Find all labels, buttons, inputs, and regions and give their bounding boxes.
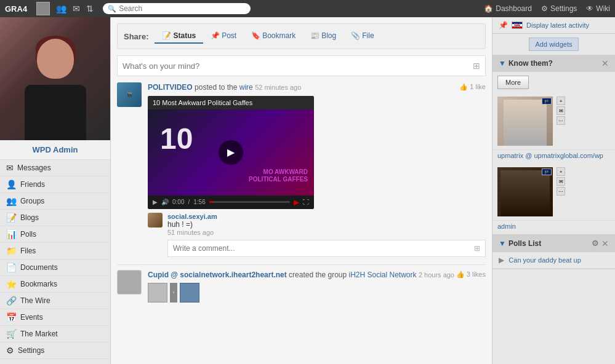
activity-avatar: 🎬 xyxy=(117,82,142,107)
right-panel: 📌 🇬🇧 Display latest activity Add widgets… xyxy=(492,17,615,364)
content-area: Share: 📝 Status 📌 Post 🔖 Bookmark 📰 Blog… xyxy=(111,17,492,364)
like-count[interactable]: 👍 1 like xyxy=(459,82,486,92)
top-widget-bar: 📌 🇬🇧 Display latest activity xyxy=(492,17,615,34)
settings-icon: ⚙ xyxy=(541,4,548,13)
sidebar-item-blogs[interactable]: 📝 Blogs xyxy=(0,210,110,226)
know-them-more-button[interactable]: More xyxy=(497,76,529,89)
activity-icon[interactable]: ⇅ xyxy=(86,4,94,14)
youtube-logo: ▶ xyxy=(294,198,299,207)
friends-nav-icon: 👤 xyxy=(6,180,17,189)
tab-file[interactable]: 📎 File xyxy=(344,29,381,44)
person-flag-icon-2: 🏴 xyxy=(542,168,552,175)
sidebar-item-the-wire[interactable]: 🔗 The Wire xyxy=(0,293,110,309)
activity-username[interactable]: POLITVIDEO xyxy=(148,83,193,92)
search-input[interactable] xyxy=(119,4,246,13)
sidebar-item-settings[interactable]: ⚙ Settings xyxy=(0,342,110,359)
settings-link[interactable]: ⚙ Settings xyxy=(541,4,577,13)
sidebar-navigation: ✉ Messages 👤 Friends 👥 Groups 📝 Blogs 📊 … xyxy=(0,160,110,364)
sidebar-item-documents[interactable]: 📄 Documents xyxy=(0,259,110,276)
comment-input[interactable] xyxy=(173,244,474,253)
video-number: 10 xyxy=(160,122,193,156)
tab-status[interactable]: 📝 Status xyxy=(155,29,203,44)
tab-bookmark[interactable]: 🔖 Bookmark xyxy=(244,29,303,44)
polls-widget-header: ▼ Polls List ⚙ ✕ xyxy=(492,235,615,252)
poll-text[interactable]: Can your daddy beat up xyxy=(508,256,581,264)
brand-label: GRA4 xyxy=(5,4,27,14)
video-progress-bar[interactable] xyxy=(209,201,290,203)
person-add-friend-icon-2[interactable]: + xyxy=(557,167,565,176)
group-avatars-row: › xyxy=(148,283,486,303)
comment-input-wrap: ⊞ xyxy=(167,240,486,257)
person-name-upmatrix: upmatrix @ upmatrixglobal.com/wp xyxy=(492,150,615,164)
sidebar-item-groups[interactable]: 👥 Groups xyxy=(0,193,110,210)
polls-gear-icon[interactable]: ⚙ xyxy=(592,239,599,248)
person-link-upmatrix[interactable]: upmatrix @ upmatrixglobal.com/wp xyxy=(497,152,603,159)
video-time-current: 0:00 xyxy=(172,199,184,205)
person-add-friend-icon[interactable]: + xyxy=(557,97,565,105)
sidebar-item-the-market[interactable]: 🛒 The Market xyxy=(0,326,110,342)
wiki-link[interactable]: 👁 Wiki xyxy=(586,4,610,13)
documents-nav-icon: 📄 xyxy=(6,263,17,272)
person-link-admin[interactable]: admin xyxy=(497,223,516,230)
profile-head xyxy=(37,39,74,79)
person-message-icon[interactable]: ✉ xyxy=(557,106,565,115)
group-like-icon: 👍 xyxy=(456,270,465,279)
tab-post[interactable]: 📌 Post xyxy=(203,29,244,44)
video-time-separator: / xyxy=(188,199,190,205)
activity-wire-link[interactable]: wire xyxy=(239,83,253,92)
flag-icon: 🇬🇧 xyxy=(512,22,523,29)
user-avatar-small[interactable] xyxy=(36,2,50,15)
share-bar: Share: 📝 Status 📌 Post 🔖 Bookmark 📰 Blog… xyxy=(117,23,486,49)
video-thumbnail: 10 MO AWKWARDPOLITICAL GAFFES ▶ xyxy=(148,109,314,196)
like-icon: 👍 xyxy=(459,82,468,92)
dashboard-link[interactable]: 🏠 Dashboard xyxy=(484,4,532,13)
status-emoji-icon[interactable]: ⊞ xyxy=(473,61,480,71)
sidebar-item-files[interactable]: 📁 Files xyxy=(0,243,110,259)
groups-nav-icon: 👥 xyxy=(6,196,17,206)
video-play-button[interactable]: ▶ xyxy=(219,140,243,165)
group-like-count[interactable]: 👍 3 likes xyxy=(456,270,486,279)
group-activity-username[interactable]: Cupid @ socialnetwork.iheart2heart.net xyxy=(148,271,287,279)
avatar-badge-icon: 🎬 xyxy=(127,92,132,97)
person-more-icon[interactable]: ⋯ xyxy=(557,116,565,125)
comment-emoji-icon[interactable]: ⊞ xyxy=(474,244,480,253)
search-bar[interactable]: 🔍 xyxy=(103,3,251,14)
sidebar-item-events[interactable]: 📅 Events xyxy=(0,309,110,326)
sidebar-item-bookmarks[interactable]: ⭐ Bookmarks xyxy=(0,276,110,293)
tab-blog[interactable]: 📰 Blog xyxy=(303,29,344,44)
person-silhouette-2 xyxy=(500,170,550,216)
messages-icon[interactable]: ✉ xyxy=(73,4,80,14)
sidebar-item-friends[interactable]: 👤 Friends xyxy=(0,176,110,193)
group-member-avatar-2 xyxy=(180,283,199,303)
sidebar: WPD Admin ✉ Messages 👤 Friends 👥 Groups … xyxy=(0,17,111,364)
sidebar-item-messages[interactable]: ✉ Messages xyxy=(0,160,110,176)
post-tab-icon: 📌 xyxy=(211,31,220,40)
video-progress-fill xyxy=(209,201,214,203)
dashboard-icon: 🏠 xyxy=(484,4,493,13)
users-icon[interactable]: 👥 xyxy=(56,4,66,14)
polls-close-icon[interactable]: ✕ xyxy=(601,239,609,248)
person-action-buttons-2: + ✉ ⋯ xyxy=(557,167,565,196)
profile-silhouette xyxy=(18,30,92,140)
activity-separator xyxy=(117,264,486,265)
add-widgets-button[interactable]: Add widgets xyxy=(529,38,579,51)
volume-icon[interactable]: 🔊 xyxy=(161,199,169,205)
person-message-icon-2[interactable]: ✉ xyxy=(557,177,565,186)
comment-area: social.sexyi.am huh ! =) 51 minutes ago … xyxy=(148,213,486,257)
fullscreen-icon[interactable]: ⛶ xyxy=(303,199,309,205)
group-activity-action: created the group xyxy=(289,271,348,279)
sidebar-item-polls[interactable]: 📊 Polls xyxy=(0,226,110,243)
display-latest-activity-link[interactable]: Display latest activity xyxy=(526,22,589,29)
group-link[interactable]: iH2H Social Network xyxy=(349,271,417,279)
group-activity-header: 👍 3 likes Cupid @ socialnetwork.iheart2h… xyxy=(148,270,486,280)
sidebar-username[interactable]: WPD Admin xyxy=(0,140,110,160)
play-pause-icon[interactable]: ▶ xyxy=(153,199,158,205)
status-input[interactable] xyxy=(123,61,473,71)
know-them-close-icon[interactable]: ✕ xyxy=(601,58,609,68)
file-tab-icon: 📎 xyxy=(351,31,360,40)
know-them-header: ▼ Know them? ✕ xyxy=(492,55,615,72)
person-more-icon-2[interactable]: ⋯ xyxy=(557,187,565,196)
the-wire-nav-icon: 🔗 xyxy=(6,296,17,306)
comment-user: social.sexyi.am xyxy=(167,213,486,220)
activity-content: 👍 1 like POLITVIDEO posted to the wire 5… xyxy=(148,82,486,257)
